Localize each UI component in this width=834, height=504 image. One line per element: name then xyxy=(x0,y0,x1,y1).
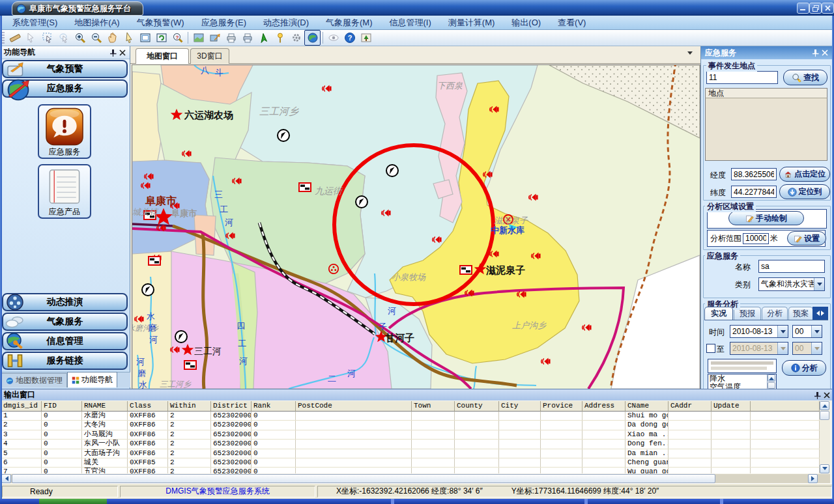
date-select[interactable]: 2010-08-13 xyxy=(730,325,788,338)
map-canvas[interactable]: 六运湖农场 三工河乡 下西泉 九运街 阜康市 城关镇 阜康市 滋泥泉子 中新水库… xyxy=(132,64,700,389)
menu-item-2[interactable]: 气象预警(W) xyxy=(128,16,193,29)
element-listbox[interactable]: 降水空气温度 xyxy=(708,374,777,389)
marquee-select-button[interactable] xyxy=(39,30,55,46)
map-image-button[interactable] xyxy=(190,30,207,46)
latitude-input[interactable] xyxy=(731,186,777,198)
location-list-header[interactable]: 地点 xyxy=(705,88,827,98)
close-icon[interactable] xyxy=(820,48,829,57)
tab-function-nav[interactable]: 功能导航 xyxy=(67,372,117,387)
select-faded-button[interactable] xyxy=(23,30,39,46)
sidebar-item-info-management[interactable]: 信息管理 xyxy=(2,332,128,350)
globe-button[interactable] xyxy=(304,30,321,46)
service-name-input[interactable] xyxy=(758,260,825,273)
column-header-FID[interactable]: FID xyxy=(42,401,82,412)
column-header-Address[interactable]: Address xyxy=(582,401,626,412)
column-header-Within[interactable]: Within xyxy=(168,401,211,412)
table-row[interactable]: 40东风一小队0XFF8626523020000Dong fen... xyxy=(1,440,820,449)
zoom-in-button[interactable] xyxy=(72,30,88,46)
column-header-dmgis_id[interactable]: dmgis_id xyxy=(1,401,42,412)
chevron-down-icon[interactable] xyxy=(777,326,788,337)
menu-item-8[interactable]: 输出(O) xyxy=(503,16,549,29)
identify-button[interactable]: ? xyxy=(169,30,186,46)
column-header-CName[interactable]: CName xyxy=(626,401,669,412)
tab-3d-window[interactable]: 3D窗口 xyxy=(190,48,229,64)
menu-item-4[interactable]: 动态推演(D) xyxy=(255,16,317,29)
tab-map-data-management[interactable]: 地图数据管理 xyxy=(1,373,67,387)
zoom-out-button[interactable] xyxy=(88,30,104,46)
click-locate-button[interactable]: 点击定位 xyxy=(779,167,830,182)
column-header-Provice[interactable]: Provice xyxy=(541,401,582,412)
pan-button[interactable] xyxy=(104,30,121,46)
close-icon[interactable] xyxy=(822,391,831,400)
pin-icon[interactable] xyxy=(813,391,822,400)
range-input[interactable] xyxy=(743,233,769,244)
column-header-CAddr[interactable]: CAddr xyxy=(669,401,712,412)
list-scrollbar[interactable] xyxy=(767,374,776,389)
menu-item-5[interactable]: 气象服务(M) xyxy=(317,16,381,29)
service-type-select[interactable]: 气象和洪水灾害 xyxy=(758,277,825,291)
print-preview-button[interactable] xyxy=(239,30,255,46)
table-row[interactable]: 30小马厩沟0XFF8626523020000Xiao ma ... xyxy=(1,430,820,440)
restore-button[interactable] xyxy=(809,3,822,14)
search-button[interactable]: 查找 xyxy=(783,70,827,85)
table-row[interactable]: 60城关0XFF8526523020000Cheng guan xyxy=(1,458,820,468)
table-row[interactable]: 50大面场子沟0XFF8626523020000Da mian ... xyxy=(1,449,820,458)
pointer-button[interactable] xyxy=(121,30,137,46)
column-header-PostCode[interactable]: PostCode xyxy=(296,401,412,412)
chevron-down-icon[interactable] xyxy=(811,326,822,337)
hour-select[interactable]: 00 xyxy=(792,325,822,338)
print-button[interactable] xyxy=(223,30,239,46)
measure-button[interactable] xyxy=(7,30,23,46)
start-button-sliver[interactable] xyxy=(39,499,107,504)
map-export-button[interactable] xyxy=(207,30,223,46)
event-location-input[interactable] xyxy=(706,71,778,84)
location-list[interactable] xyxy=(705,98,827,161)
scroll-left-icon[interactable] xyxy=(814,311,820,316)
menu-item-0[interactable]: 系统管理(S) xyxy=(4,16,66,29)
table-row[interactable]: 10水磨沟0XFF8626523020000Shui mo gou xyxy=(1,412,820,421)
column-header-City[interactable]: City xyxy=(499,401,541,412)
to-checkbox[interactable] xyxy=(706,344,715,353)
column-header-County[interactable]: County xyxy=(455,401,499,412)
sidebar-item-weather-service[interactable]: 气象服务 xyxy=(2,313,128,331)
table-row[interactable]: 70五官沟0XFF8626523020000Wu guan gou xyxy=(1,468,820,473)
full-extent-button[interactable] xyxy=(137,30,153,46)
menu-item-6[interactable]: 信息管理(I) xyxy=(381,16,440,29)
column-header-Class[interactable]: Class xyxy=(128,401,168,412)
tool-emergency-product-button[interactable]: 应急产品 xyxy=(38,164,91,219)
column-header-Town[interactable]: Town xyxy=(412,401,455,412)
sidebar-item-service-links[interactable]: 服务链接 xyxy=(2,352,128,370)
settings-button[interactable] xyxy=(288,30,304,46)
sidebar-item-weather-warning[interactable]: 气象预警 xyxy=(2,60,128,78)
minimize-button[interactable] xyxy=(797,3,809,14)
column-header-RNAME[interactable]: RNAME xyxy=(82,401,128,412)
list-item[interactable]: 空气温度 xyxy=(708,383,776,389)
table-hscrollbar[interactable] xyxy=(1,474,830,483)
tab-plan[interactable]: 预案 xyxy=(788,307,813,320)
menu-item-7[interactable]: 测量计算(M) xyxy=(440,16,504,29)
column-header-Rank[interactable]: Rank xyxy=(252,401,296,412)
element-preview-combo[interactable] xyxy=(708,359,777,373)
green-pointer-button[interactable] xyxy=(255,30,272,46)
pin-icon[interactable] xyxy=(109,48,118,57)
menu-item-9[interactable]: 查看(V) xyxy=(549,16,594,29)
close-button[interactable] xyxy=(822,3,834,14)
close-icon[interactable] xyxy=(118,48,127,57)
goto-location-button[interactable]: 定位到 xyxy=(779,184,830,199)
tab-live[interactable]: 实况 xyxy=(704,307,733,320)
refresh-button[interactable] xyxy=(153,30,169,46)
pushpin-button[interactable] xyxy=(272,30,288,46)
table-row[interactable]: 20大冬沟0XFF8626523020000Da dong gou xyxy=(1,421,820,430)
column-header-Update[interactable]: Update xyxy=(712,401,751,412)
analyze-button[interactable]: 分析 xyxy=(782,360,826,376)
tool-emergency-service-button[interactable]: 应急服务 xyxy=(38,104,91,159)
pin-icon[interactable] xyxy=(811,48,820,57)
tab-analysis[interactable]: 分析 xyxy=(762,307,788,320)
table-vscrollbar[interactable] xyxy=(820,401,830,473)
help-button[interactable]: ? xyxy=(341,30,358,46)
manual-draw-button[interactable]: 手动绘制 xyxy=(728,211,804,225)
chevron-down-icon[interactable] xyxy=(814,278,824,290)
lasso-faded-button[interactable] xyxy=(55,30,72,46)
tab-map-window[interactable]: 地图窗口 xyxy=(136,48,189,64)
menu-item-1[interactable]: 地图操作(A) xyxy=(66,16,128,29)
